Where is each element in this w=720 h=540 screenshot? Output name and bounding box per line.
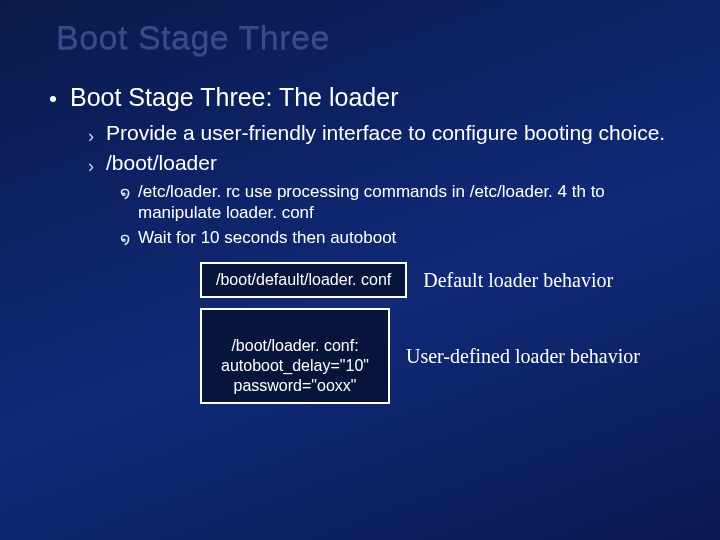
level2-text: Provide a user-friendly interface to con… [106, 120, 665, 146]
bullet-level3: ໑ Wait for 10 seconds then autoboot [120, 227, 670, 248]
config-caption: User-defined loader behavior [406, 345, 640, 368]
config-row: /boot/loader. conf: autoboot_delay="10" … [200, 308, 670, 404]
config-box-text: /boot/loader. conf: autoboot_delay="10" … [221, 337, 369, 394]
slide: Boot Stage Three Boot Stage Three: The l… [0, 0, 720, 434]
level2-text: /boot/loader [106, 150, 217, 176]
swirl-icon: ໑ [120, 229, 130, 248]
config-caption: Default loader behavior [423, 269, 613, 292]
config-row: /boot/default/loader. conf Default loade… [200, 262, 670, 298]
bullet-level3: ໑ /etc/loader. rc use processing command… [120, 181, 670, 224]
swirl-icon: ໑ [120, 183, 130, 202]
bullet-level1: Boot Stage Three: The loader [50, 83, 670, 112]
bullet-level2: › /boot/loader [88, 150, 670, 176]
config-boxes: /boot/default/loader. conf Default loade… [200, 262, 670, 404]
level3-text: Wait for 10 seconds then autoboot [138, 227, 396, 248]
config-box-user: /boot/loader. conf: autoboot_delay="10" … [200, 308, 390, 404]
angle-icon: › [88, 127, 94, 145]
config-box-default: /boot/default/loader. conf [200, 262, 407, 298]
dot-icon [50, 96, 56, 102]
config-box-text: /boot/default/loader. conf [216, 271, 391, 288]
slide-title: Boot Stage Three [56, 18, 670, 57]
angle-icon: › [88, 157, 94, 175]
level1-text: Boot Stage Three: The loader [70, 83, 398, 112]
bullet-level2: › Provide a user-friendly interface to c… [88, 120, 670, 146]
level3-text: /etc/loader. rc use processing commands … [138, 181, 670, 224]
